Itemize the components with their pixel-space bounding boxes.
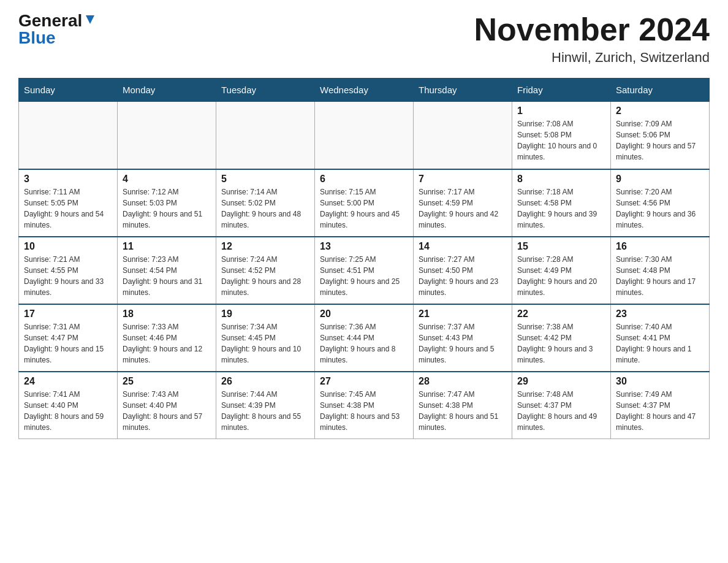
calendar-cell: 17Sunrise: 7:31 AMSunset: 4:47 PMDayligh…: [19, 304, 118, 372]
day-number: 26: [221, 376, 309, 387]
calendar-cell: 3Sunrise: 7:11 AMSunset: 5:05 PMDaylight…: [19, 169, 118, 237]
day-info: Sunrise: 7:27 AMSunset: 4:50 PMDaylight:…: [419, 254, 507, 298]
day-info: Sunrise: 7:38 AMSunset: 4:42 PMDaylight:…: [517, 321, 605, 366]
weekday-header-wednesday: Wednesday: [315, 79, 414, 102]
day-number: 14: [419, 241, 507, 252]
day-number: 16: [616, 241, 704, 252]
calendar-cell: 2Sunrise: 7:09 AMSunset: 5:06 PMDaylight…: [611, 102, 710, 169]
calendar-cell: 12Sunrise: 7:24 AMSunset: 4:52 PMDayligh…: [216, 237, 315, 304]
day-number: 2: [616, 105, 704, 117]
calendar-cell: 22Sunrise: 7:38 AMSunset: 4:42 PMDayligh…: [512, 304, 611, 372]
day-number: 29: [517, 376, 605, 387]
weekday-header-thursday: Thursday: [414, 79, 512, 102]
calendar-cell: 20Sunrise: 7:36 AMSunset: 4:44 PMDayligh…: [315, 304, 414, 372]
day-number: 7: [419, 174, 507, 185]
day-number: 20: [320, 308, 408, 320]
calendar-week-row: 1Sunrise: 7:08 AMSunset: 5:08 PMDaylight…: [19, 102, 710, 169]
calendar-cell: 14Sunrise: 7:27 AMSunset: 4:50 PMDayligh…: [414, 237, 512, 304]
calendar-cell: 18Sunrise: 7:33 AMSunset: 4:46 PMDayligh…: [118, 304, 216, 372]
day-info: Sunrise: 7:43 AMSunset: 4:40 PMDaylight:…: [123, 389, 211, 433]
day-number: 28: [419, 376, 507, 387]
day-number: 15: [517, 241, 605, 252]
day-number: 1: [517, 105, 605, 117]
calendar-week-row: 3Sunrise: 7:11 AMSunset: 5:05 PMDaylight…: [19, 169, 710, 237]
weekday-header-saturday: Saturday: [611, 79, 710, 102]
calendar-week-row: 17Sunrise: 7:31 AMSunset: 4:47 PMDayligh…: [19, 304, 710, 372]
day-number: 6: [320, 174, 408, 185]
calendar-cell: 29Sunrise: 7:48 AMSunset: 4:37 PMDayligh…: [512, 372, 611, 439]
day-number: 10: [24, 241, 112, 252]
day-number: 17: [24, 308, 112, 320]
weekday-header-tuesday: Tuesday: [216, 79, 315, 102]
calendar-cell: 7Sunrise: 7:17 AMSunset: 4:59 PMDaylight…: [414, 169, 512, 237]
day-info: Sunrise: 7:08 AMSunset: 5:08 PMDaylight:…: [517, 118, 605, 163]
day-info: Sunrise: 7:48 AMSunset: 4:37 PMDaylight:…: [517, 389, 605, 433]
weekday-header-sunday: Sunday: [19, 79, 118, 102]
day-number: 23: [616, 308, 704, 320]
calendar-cell: 28Sunrise: 7:47 AMSunset: 4:38 PMDayligh…: [414, 372, 512, 439]
day-info: Sunrise: 7:12 AMSunset: 5:03 PMDaylight:…: [123, 186, 211, 231]
day-info: Sunrise: 7:25 AMSunset: 4:51 PMDaylight:…: [320, 254, 408, 298]
day-number: 27: [320, 376, 408, 387]
calendar-table: SundayMondayTuesdayWednesdayThursdayFrid…: [18, 78, 710, 439]
calendar-cell: 27Sunrise: 7:45 AMSunset: 4:38 PMDayligh…: [315, 372, 414, 439]
day-number: 19: [221, 308, 309, 320]
calendar-cell: 8Sunrise: 7:18 AMSunset: 4:58 PMDaylight…: [512, 169, 611, 237]
day-number: 21: [419, 308, 507, 320]
month-title: November 2024: [474, 12, 710, 47]
day-info: Sunrise: 7:21 AMSunset: 4:55 PMDaylight:…: [24, 254, 112, 298]
day-number: 13: [320, 241, 408, 252]
page-header: General Blue November 2024 Hinwil, Zuric…: [18, 12, 710, 66]
calendar-cell: 16Sunrise: 7:30 AMSunset: 4:48 PMDayligh…: [611, 237, 710, 304]
day-number: 18: [123, 308, 211, 320]
calendar-cell: 11Sunrise: 7:23 AMSunset: 4:54 PMDayligh…: [118, 237, 216, 304]
day-info: Sunrise: 7:30 AMSunset: 4:48 PMDaylight:…: [616, 254, 704, 298]
calendar-week-row: 24Sunrise: 7:41 AMSunset: 4:40 PMDayligh…: [19, 372, 710, 439]
day-info: Sunrise: 7:33 AMSunset: 4:46 PMDaylight:…: [123, 321, 211, 366]
day-info: Sunrise: 7:14 AMSunset: 5:02 PMDaylight:…: [221, 186, 309, 231]
day-info: Sunrise: 7:40 AMSunset: 4:41 PMDaylight:…: [616, 321, 704, 366]
calendar-cell: [118, 102, 216, 169]
calendar-cell: [216, 102, 315, 169]
calendar-cell: [19, 102, 118, 169]
day-number: 9: [616, 174, 704, 185]
day-info: Sunrise: 7:44 AMSunset: 4:39 PMDaylight:…: [221, 389, 309, 433]
day-info: Sunrise: 7:23 AMSunset: 4:54 PMDaylight:…: [123, 254, 211, 298]
calendar-cell: [414, 102, 512, 169]
weekday-header-friday: Friday: [512, 79, 611, 102]
day-info: Sunrise: 7:37 AMSunset: 4:43 PMDaylight:…: [419, 321, 507, 366]
location-title: Hinwil, Zurich, Switzerland: [474, 50, 710, 66]
day-number: 3: [24, 174, 112, 185]
day-info: Sunrise: 7:41 AMSunset: 4:40 PMDaylight:…: [24, 389, 112, 433]
calendar-cell: 15Sunrise: 7:28 AMSunset: 4:49 PMDayligh…: [512, 237, 611, 304]
calendar-cell: 24Sunrise: 7:41 AMSunset: 4:40 PMDayligh…: [19, 372, 118, 439]
calendar-cell: 9Sunrise: 7:20 AMSunset: 4:56 PMDaylight…: [611, 169, 710, 237]
calendar-cell: 26Sunrise: 7:44 AMSunset: 4:39 PMDayligh…: [216, 372, 315, 439]
day-info: Sunrise: 7:36 AMSunset: 4:44 PMDaylight:…: [320, 321, 408, 366]
weekday-header-row: SundayMondayTuesdayWednesdayThursdayFrid…: [19, 79, 710, 102]
day-number: 8: [517, 174, 605, 185]
day-info: Sunrise: 7:17 AMSunset: 4:59 PMDaylight:…: [419, 186, 507, 231]
day-number: 12: [221, 241, 309, 252]
svg-marker-0: [86, 15, 94, 24]
calendar-cell: 4Sunrise: 7:12 AMSunset: 5:03 PMDaylight…: [118, 169, 216, 237]
day-number: 24: [24, 376, 112, 387]
day-info: Sunrise: 7:18 AMSunset: 4:58 PMDaylight:…: [517, 186, 605, 231]
day-number: 22: [517, 308, 605, 320]
day-info: Sunrise: 7:09 AMSunset: 5:06 PMDaylight:…: [616, 118, 704, 163]
day-number: 25: [123, 376, 211, 387]
calendar-cell: 25Sunrise: 7:43 AMSunset: 4:40 PMDayligh…: [118, 372, 216, 439]
day-number: 11: [123, 241, 211, 252]
calendar-cell: 30Sunrise: 7:49 AMSunset: 4:37 PMDayligh…: [611, 372, 710, 439]
day-info: Sunrise: 7:31 AMSunset: 4:47 PMDaylight:…: [24, 321, 112, 366]
day-info: Sunrise: 7:47 AMSunset: 4:38 PMDaylight:…: [419, 389, 507, 433]
day-info: Sunrise: 7:24 AMSunset: 4:52 PMDaylight:…: [221, 254, 309, 298]
calendar-cell: 19Sunrise: 7:34 AMSunset: 4:45 PMDayligh…: [216, 304, 315, 372]
day-number: 5: [221, 174, 309, 185]
day-info: Sunrise: 7:11 AMSunset: 5:05 PMDaylight:…: [24, 186, 112, 231]
day-info: Sunrise: 7:45 AMSunset: 4:38 PMDaylight:…: [320, 389, 408, 433]
day-info: Sunrise: 7:20 AMSunset: 4:56 PMDaylight:…: [616, 186, 704, 231]
calendar-cell: 23Sunrise: 7:40 AMSunset: 4:41 PMDayligh…: [611, 304, 710, 372]
calendar-cell: 10Sunrise: 7:21 AMSunset: 4:55 PMDayligh…: [19, 237, 118, 304]
logo-blue: Blue: [18, 28, 56, 47]
